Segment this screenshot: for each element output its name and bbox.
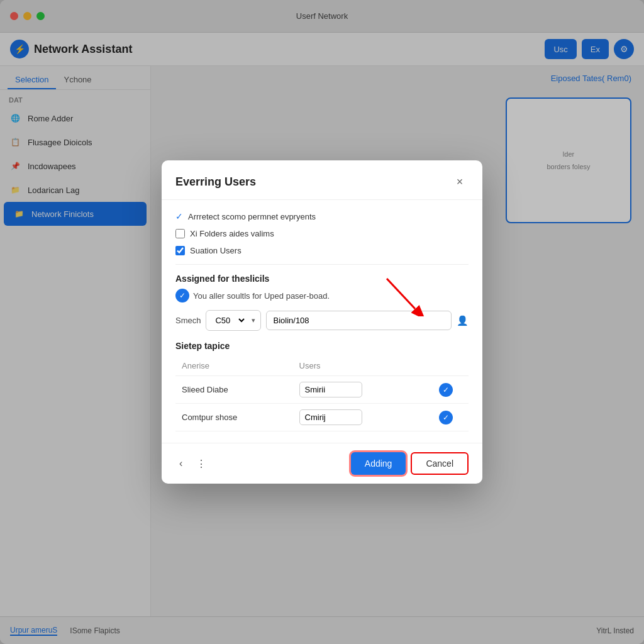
table-col2-header: Users [293, 356, 423, 376]
section1-sub-text: You aller soultls for Uped paser-boad. [193, 291, 330, 301]
table-cell-col1-1: Comtpur shose [175, 404, 293, 431]
option1-label: Arrretect scomo permnet evpryents [188, 212, 316, 221]
table-col1-header: Anerise [175, 356, 293, 376]
row-check-icon-1: ✓ [439, 411, 453, 425]
modal-footer: ‹ ⋮ Adding Cancel [162, 443, 482, 484]
modal-body: ✓ Arrretect scomo permnet evpryents Xi F… [162, 200, 482, 443]
row-check-icon-0: ✓ [439, 383, 453, 397]
table-cell-col2-0 [293, 376, 423, 404]
separator [175, 264, 469, 265]
table-row: Slieed Diabe ✓ [175, 376, 469, 404]
nav-more-button[interactable]: ⋮ [192, 455, 210, 472]
input-select-wrap: C50 ▾ [206, 310, 261, 331]
table-check-cell-1: ✓ [423, 404, 469, 431]
data-table: Anerise Users Slieed Diabe ✓ [175, 356, 469, 431]
modal-close-button[interactable]: × [451, 173, 469, 191]
person-icon[interactable]: 👤 [457, 315, 469, 326]
input-row: Smech C50 ▾ 👤 [175, 310, 469, 331]
modal-dialog: Everring Users × ✓ Arrretect scomo permn… [162, 160, 482, 484]
table-check-cell-0: ✓ [423, 376, 469, 404]
option-row-3: Suation Users [175, 246, 469, 255]
table-input-0[interactable] [299, 382, 362, 397]
input-label: Smech [175, 316, 201, 325]
option-row-2: Xi Folders aides valims [175, 229, 469, 238]
modal-header: Everring Users × [162, 160, 482, 200]
table-cell-col2-1 [293, 404, 423, 431]
option3-label: Suation Users [190, 246, 242, 255]
table-section-title: Sietep tapice [175, 341, 469, 351]
footer-actions: Adding Cancel [351, 452, 469, 475]
option3-checkbox[interactable] [175, 246, 185, 255]
nav-back-button[interactable]: ‹ [175, 455, 186, 472]
section-check-icon: ✓ [175, 289, 189, 303]
main-window: Userf Network ⚡ Network Assistant Usc Ex… [0, 0, 644, 644]
table-cell-col1-0: Slieed Diabe [175, 376, 293, 404]
option2-checkbox[interactable] [175, 229, 185, 238]
add-button[interactable]: Adding [351, 452, 406, 475]
chevron-down-icon: ▾ [247, 316, 260, 325]
input-select[interactable]: C50 [206, 311, 247, 330]
footer-nav: ‹ ⋮ [175, 455, 210, 472]
option-row-1: ✓ Arrretect scomo permnet evpryents [175, 211, 469, 221]
input-container: Smech C50 ▾ 👤 [175, 310, 469, 331]
input-text-field[interactable] [266, 311, 452, 330]
table-row: Comtpur shose ✓ [175, 404, 469, 431]
cancel-button[interactable]: Cancel [411, 452, 469, 475]
modal-title: Everring Users [175, 175, 256, 189]
modal-overlay: Everring Users × ✓ Arrretect scomo permn… [0, 0, 644, 644]
option2-label: Xi Folders aides valims [190, 229, 274, 238]
section1-sub: ✓ You aller soultls for Uped paser-boad. [175, 289, 469, 303]
table-input-1[interactable] [299, 409, 362, 425]
section1-title: Assigned for theslicils [175, 274, 469, 284]
checkmark-icon: ✓ [175, 211, 183, 221]
